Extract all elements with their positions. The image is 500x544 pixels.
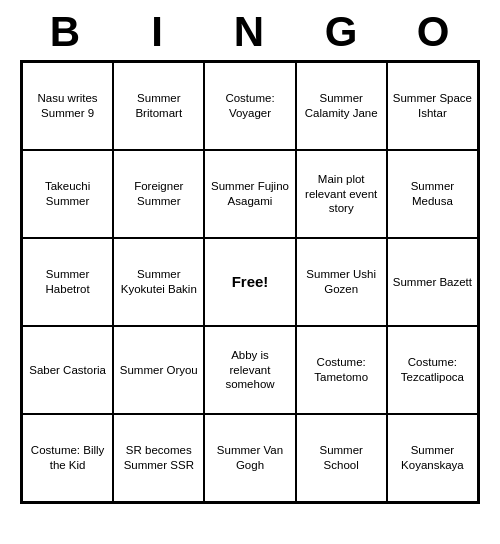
letter-b: B: [20, 8, 112, 56]
bingo-cell-8[interactable]: Main plot relevant event story: [296, 150, 387, 238]
bingo-cell-21[interactable]: SR becomes Summer SSR: [113, 414, 204, 502]
bingo-title: B I N G O: [20, 0, 480, 60]
bingo-cell-16[interactable]: Summer Oryou: [113, 326, 204, 414]
bingo-cell-7[interactable]: Summer Fujino Asagami: [204, 150, 295, 238]
bingo-grid: Nasu writes Summer 9Summer BritomartCost…: [20, 60, 480, 504]
bingo-cell-13[interactable]: Summer Ushi Gozen: [296, 238, 387, 326]
bingo-cell-19[interactable]: Costume: Tezcatlipoca: [387, 326, 478, 414]
bingo-cell-6[interactable]: Foreigner Summer: [113, 150, 204, 238]
bingo-cell-10[interactable]: Summer Habetrot: [22, 238, 113, 326]
letter-g: G: [296, 8, 388, 56]
bingo-cell-0[interactable]: Nasu writes Summer 9: [22, 62, 113, 150]
bingo-cell-9[interactable]: Summer Medusa: [387, 150, 478, 238]
bingo-cell-12[interactable]: Free!: [204, 238, 295, 326]
bingo-cell-1[interactable]: Summer Britomart: [113, 62, 204, 150]
letter-o: O: [388, 8, 480, 56]
bingo-cell-20[interactable]: Costume: Billy the Kid: [22, 414, 113, 502]
bingo-cell-2[interactable]: Costume: Voyager: [204, 62, 295, 150]
bingo-cell-14[interactable]: Summer Bazett: [387, 238, 478, 326]
letter-n: N: [204, 8, 296, 56]
bingo-cell-11[interactable]: Summer Kyokutei Bakin: [113, 238, 204, 326]
bingo-cell-18[interactable]: Costume: Tametomo: [296, 326, 387, 414]
letter-i: I: [112, 8, 204, 56]
bingo-cell-24[interactable]: Summer Koyanskaya: [387, 414, 478, 502]
bingo-cell-23[interactable]: Summer School: [296, 414, 387, 502]
bingo-cell-17[interactable]: Abby is relevant somehow: [204, 326, 295, 414]
bingo-cell-4[interactable]: Summer Space Ishtar: [387, 62, 478, 150]
bingo-cell-22[interactable]: Summer Van Gogh: [204, 414, 295, 502]
bingo-cell-5[interactable]: Takeuchi Summer: [22, 150, 113, 238]
bingo-cell-15[interactable]: Saber Castoria: [22, 326, 113, 414]
bingo-cell-3[interactable]: Summer Calamity Jane: [296, 62, 387, 150]
